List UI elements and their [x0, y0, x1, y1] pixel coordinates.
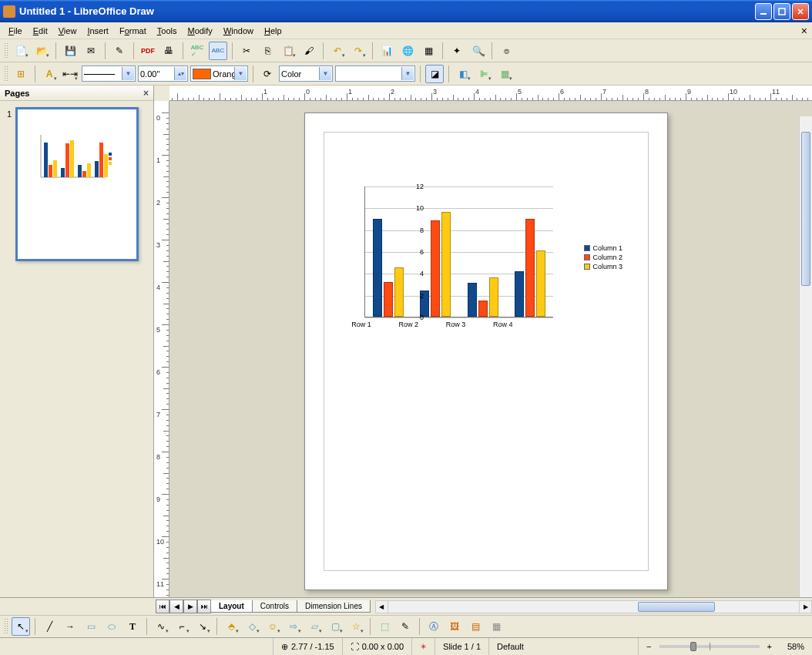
select-tool-button[interactable]: ↖: [12, 617, 30, 636]
table-button[interactable]: ▦: [419, 42, 438, 60]
zoom-button[interactable]: 🔍: [468, 42, 487, 60]
chart-object[interactable]: Column 1Column 2Column 3 024681012Row 1R…: [337, 186, 615, 341]
canvas[interactable]: Column 1Column 2Column 3 024681012Row 1R…: [169, 101, 812, 597]
symbol-shapes-button[interactable]: ☺: [263, 617, 282, 636]
points-button[interactable]: ⬚: [375, 617, 394, 636]
tab-dimension-lines[interactable]: Dimension Lines: [297, 600, 371, 613]
vertical-ruler[interactable]: 01234567891011: [154, 101, 169, 597]
tab-nav-next-button[interactable]: ▶: [183, 600, 197, 613]
distribute-button[interactable]: ▦: [495, 65, 514, 83]
pages-panel-close-icon[interactable]: ×: [143, 88, 149, 99]
menu-file[interactable]: File: [3, 25, 28, 37]
from-file-button[interactable]: 🖼: [445, 617, 464, 636]
arrange-button[interactable]: ◧: [454, 65, 472, 83]
menu-window[interactable]: Window: [218, 25, 259, 37]
open-button[interactable]: 📂: [32, 42, 51, 60]
print-button[interactable]: 🖶: [159, 42, 178, 60]
lines-arrows-button[interactable]: ↘: [193, 617, 212, 636]
zoom-control[interactable]: − +: [639, 638, 780, 655]
scroll-left-button[interactable]: ◀: [376, 601, 388, 613]
toolbar-grip[interactable]: [4, 42, 8, 59]
tab-nav-last-button[interactable]: ⏭: [197, 600, 211, 613]
arrow-style-button[interactable]: A: [40, 65, 59, 83]
arrow-tool-button[interactable]: →: [61, 617, 79, 636]
zoom-out-icon[interactable]: −: [646, 642, 651, 651]
vertical-scrollbar[interactable]: [799, 116, 812, 597]
connector-tool-button[interactable]: ⌐: [173, 617, 191, 636]
zoom-in-icon[interactable]: +: [767, 642, 772, 651]
fill-color-combo[interactable]: Orange ▼: [190, 66, 248, 82]
paste-button[interactable]: 📋: [279, 42, 297, 60]
rectangle-tool-button[interactable]: ▭: [82, 617, 100, 636]
status-slide[interactable]: Slide 1 / 1: [435, 638, 489, 655]
gallery-button[interactable]: ▤: [466, 617, 485, 636]
toolbar-grip[interactable]: [4, 618, 8, 635]
zoom-slider[interactable]: [659, 645, 760, 648]
scrollbar-thumb[interactable]: [638, 602, 715, 612]
page-thumbnail[interactable]: 1: [15, 107, 139, 261]
3d-objects-button[interactable]: ⬘: [222, 617, 240, 636]
menu-view[interactable]: View: [53, 25, 82, 37]
zoom-percent[interactable]: 58%: [780, 638, 812, 655]
scrollbar-thumb[interactable]: [801, 132, 810, 286]
basic-shapes-button[interactable]: ◇: [243, 617, 261, 636]
document-close-icon[interactable]: ×: [801, 25, 807, 37]
line-endings-button[interactable]: ⇤⇥: [61, 65, 79, 83]
toolbar-grip[interactable]: [4, 66, 8, 82]
flowchart-button[interactable]: ▱: [305, 617, 324, 636]
extrusion-button[interactable]: ▦: [487, 617, 505, 636]
status-style[interactable]: Default: [489, 638, 639, 655]
ellipse-tool-button[interactable]: ⬭: [102, 617, 121, 636]
horizontal-ruler[interactable]: 101234567891011: [169, 86, 812, 101]
fontwork-button[interactable]: Ⓐ: [424, 617, 443, 636]
window-close-button[interactable]: [792, 3, 809, 20]
save-button[interactable]: 💾: [61, 42, 79, 60]
edit-file-button[interactable]: ✎: [110, 42, 129, 60]
curve-tool-button[interactable]: ∿: [152, 617, 170, 636]
horizontal-scrollbar[interactable]: ◀ ▶: [375, 600, 812, 613]
callouts-button[interactable]: ▢: [326, 617, 344, 636]
spellcheck-button[interactable]: ABC✓: [188, 42, 206, 60]
format-paintbrush-button[interactable]: 🖌: [300, 42, 318, 60]
redo-button[interactable]: ↷: [349, 42, 367, 60]
block-arrows-button[interactable]: ⇨: [284, 617, 303, 636]
tab-layout[interactable]: Layout: [210, 600, 253, 613]
menu-tools[interactable]: Tools: [152, 25, 183, 37]
shadow-button[interactable]: ◪: [425, 65, 444, 83]
glue-points-button[interactable]: ✎: [396, 617, 414, 636]
menu-modify[interactable]: Modify: [182, 25, 217, 37]
menu-format[interactable]: Format: [114, 25, 152, 37]
export-pdf-button[interactable]: PDF: [139, 42, 157, 60]
align-button[interactable]: ⊫: [475, 65, 493, 83]
line-style-combo[interactable]: ▼: [82, 66, 136, 82]
window-minimize-button[interactable]: [755, 3, 772, 20]
tab-controls[interactable]: Controls: [252, 600, 297, 613]
line-tool-button[interactable]: ╱: [40, 617, 59, 636]
help-button[interactable]: ⌾: [497, 42, 515, 60]
stars-button[interactable]: ☆: [347, 617, 365, 636]
line-width-combo[interactable]: 0.00" ▴▾: [138, 66, 188, 82]
chart-button[interactable]: 📊: [377, 42, 396, 60]
window-maximize-button[interactable]: [773, 3, 790, 20]
new-document-button[interactable]: 📄: [12, 42, 30, 60]
tab-nav-prev-button[interactable]: ◀: [169, 600, 183, 613]
show-grid-button[interactable]: ⊞: [12, 65, 30, 83]
zoom-slider-handle[interactable]: [690, 642, 696, 651]
tab-nav-first-button[interactable]: ⏮: [156, 600, 169, 613]
navigator-button[interactable]: ✦: [448, 42, 466, 60]
page[interactable]: Column 1Column 2Column 3 024681012Row 1R…: [304, 113, 668, 590]
hyperlink-button[interactable]: 🌐: [398, 42, 417, 60]
menu-insert[interactable]: Insert: [82, 25, 114, 37]
autospell-button[interactable]: ABC: [209, 42, 227, 60]
undo-button[interactable]: ↶: [328, 42, 347, 60]
text-tool-button[interactable]: T: [123, 617, 142, 636]
color-value-combo[interactable]: ▼: [335, 66, 415, 82]
menu-help[interactable]: Help: [259, 25, 287, 37]
cut-button[interactable]: ✂: [237, 42, 256, 60]
copy-button[interactable]: ⎘: [258, 42, 277, 60]
menu-edit[interactable]: Edit: [28, 25, 53, 37]
color-scheme-combo[interactable]: Color ▼: [279, 66, 333, 82]
scroll-right-button[interactable]: ▶: [799, 601, 811, 613]
email-button[interactable]: ✉: [82, 42, 100, 60]
rotate-button[interactable]: ⟳: [258, 65, 277, 83]
